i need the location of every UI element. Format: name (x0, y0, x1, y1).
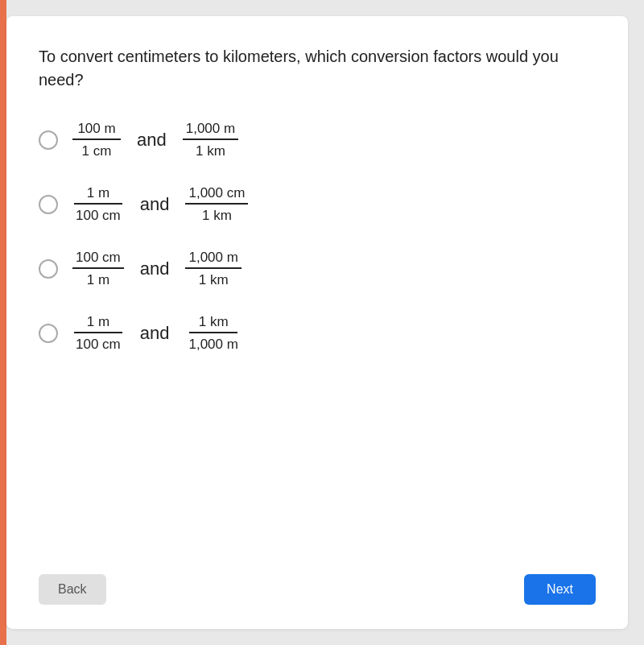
and-b: and (140, 194, 170, 215)
fraction-c2: 1,000 m 1 km (185, 250, 241, 288)
fraction-b2: 1,000 cm 1 km (185, 185, 248, 224)
fraction-d2: 1 km 1,000 m (185, 314, 241, 353)
fraction-b2-den: 1 km (192, 206, 241, 224)
next-button[interactable]: Next (524, 574, 596, 605)
fraction-d1: 1 m 100 cm (72, 314, 124, 353)
fraction-b1-den: 100 cm (72, 206, 124, 224)
and-a: and (137, 130, 167, 151)
and-c: and (140, 258, 170, 279)
fraction-group-b: 1 m 100 cm and 1,000 cm 1 km (72, 185, 248, 224)
fraction-b2-num: 1,000 cm (185, 185, 248, 205)
fraction-d1-num: 1 m (74, 314, 122, 333)
fraction-a2: 1,000 m 1 km (183, 121, 238, 159)
fraction-d1-den: 100 cm (72, 335, 124, 353)
fraction-c1-den: 1 m (74, 271, 122, 288)
option-b-row[interactable]: 1 m 100 cm and 1,000 cm 1 km (39, 185, 596, 224)
left-accent-bar (0, 0, 6, 645)
footer-row: Back Next (39, 574, 596, 605)
radio-c[interactable] (39, 259, 58, 279)
fraction-a1-den: 1 cm (72, 142, 121, 159)
fraction-a2-den: 1 km (186, 142, 234, 159)
fraction-c1-num: 100 cm (72, 250, 124, 269)
fraction-d2-den: 1,000 m (185, 335, 241, 353)
and-d: and (140, 323, 170, 344)
option-a-row[interactable]: 100 m 1 cm and 1,000 m 1 km (39, 121, 596, 159)
fraction-a1-num: 100 m (72, 121, 121, 140)
fraction-a1: 100 m 1 cm (72, 121, 121, 159)
fraction-group-c: 100 cm 1 m and 1,000 m 1 km (72, 250, 242, 288)
options-list: 100 m 1 cm and 1,000 m 1 km 1 m 100 (39, 121, 596, 550)
radio-b[interactable] (39, 195, 58, 214)
fraction-c2-num: 1,000 m (185, 250, 241, 269)
fraction-b1: 1 m 100 cm (72, 185, 124, 224)
fraction-group-a: 100 m 1 cm and 1,000 m 1 km (72, 121, 238, 159)
option-c-row[interactable]: 100 cm 1 m and 1,000 m 1 km (39, 250, 596, 288)
radio-d[interactable] (39, 324, 58, 343)
fraction-b1-num: 1 m (74, 185, 122, 205)
back-button[interactable]: Back (39, 574, 106, 605)
radio-a[interactable] (39, 130, 58, 150)
fraction-c1: 100 cm 1 m (72, 250, 124, 288)
fraction-group-d: 1 m 100 cm and 1 km 1,000 m (72, 314, 242, 353)
page-wrapper: To convert centimeters to kilometers, wh… (0, 0, 644, 645)
question-card: To convert centimeters to kilometers, wh… (6, 16, 628, 629)
fraction-d2-num: 1 km (189, 314, 237, 333)
fraction-c2-den: 1 km (189, 271, 237, 288)
option-d-row[interactable]: 1 m 100 cm and 1 km 1,000 m (39, 314, 596, 353)
question-text: To convert centimeters to kilometers, wh… (39, 45, 596, 92)
fraction-a2-num: 1,000 m (183, 121, 238, 140)
